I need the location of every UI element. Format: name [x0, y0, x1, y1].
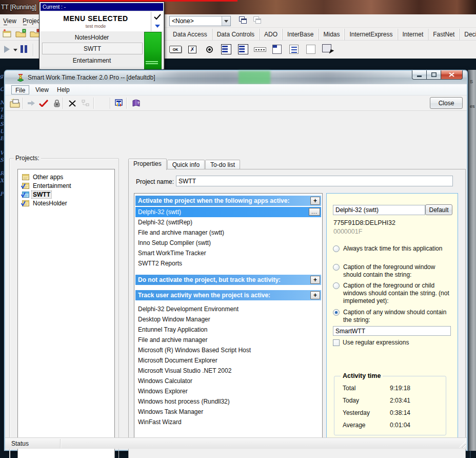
app-list-item[interactable]: Microsoft (R) Windows Based Script Host — [135, 345, 321, 355]
activity-row-yesterday: Yesterday 0:38:14 — [343, 409, 441, 416]
pause-icon[interactable] — [21, 45, 27, 53]
groupbox-component-icon[interactable] — [271, 43, 283, 55]
ide-menu-view[interactable]: View — [3, 14, 16, 28]
screen: TT [Running] View Project <None> D — [0, 0, 476, 458]
lock-icon[interactable] — [51, 98, 63, 109]
folder-check-icon-active — [21, 191, 30, 198]
chevron-down-icon[interactable] — [155, 25, 160, 28]
radio-row: Caption of the foreground or child windo… — [333, 282, 453, 305]
check-icon[interactable] — [154, 14, 161, 22]
project-item-notesholder[interactable]: NotesHolder — [19, 199, 113, 207]
ok-button-component-icon[interactable]: OK — [169, 43, 182, 55]
button-cursor-component-icon[interactable] — [322, 43, 334, 55]
palette-tab[interactable]: Data Access — [168, 29, 212, 40]
application-lists[interactable]: Activate the project when the following … — [134, 193, 323, 449]
radio-always-track[interactable] — [333, 245, 340, 252]
palette-tab[interactable]: Internet — [398, 29, 429, 40]
palette-tab[interactable]: ADO — [260, 29, 283, 40]
popup-selected-item[interactable]: SWTT — [42, 43, 143, 54]
popup-list-item[interactable]: Entertainment — [41, 54, 143, 64]
menu-view[interactable]: View — [32, 85, 52, 94]
project-name-input[interactable] — [176, 176, 453, 186]
project-item-other-apps[interactable]: Other apps — [19, 173, 113, 181]
radio-foreground-caption[interactable] — [333, 264, 340, 271]
checkbox-component-icon[interactable]: ✗ — [186, 43, 199, 55]
run-dropdown-icon[interactable] — [13, 49, 17, 51]
tab-properties[interactable]: Properties — [128, 159, 167, 170]
window-titlebar[interactable]: Smart Work Time Tracker 2.0 Pro -- [defa… — [5, 71, 467, 84]
listbox-component-icon[interactable] — [220, 43, 232, 55]
app-list-item[interactable]: Windows Calculator — [135, 376, 321, 386]
app-title-input[interactable] — [333, 205, 425, 215]
tab-quick-info[interactable]: Quick info — [167, 160, 205, 170]
minimize-button[interactable] — [412, 70, 427, 80]
app-list-item[interactable]: Windows host process (Rundll32) — [135, 396, 321, 407]
combobox-component-icon[interactable] — [237, 43, 249, 55]
radio-any-window[interactable] — [333, 309, 340, 316]
combo-dropdown-button[interactable] — [222, 16, 230, 26]
help-book-icon[interactable]: ? — [130, 98, 142, 109]
scrollbar-component-icon[interactable] — [254, 43, 266, 55]
popup-titlebar[interactable]: Current : - — [41, 3, 163, 11]
palette-tab[interactable]: Midas — [319, 29, 345, 40]
popup-list-item[interactable]: NotesHolder — [41, 31, 143, 43]
ide-combobox[interactable]: <None> — [169, 16, 231, 26]
apply-check-icon[interactable] — [38, 98, 49, 109]
menu-file[interactable]: File — [11, 85, 29, 94]
menu-help[interactable]: Help — [53, 85, 73, 94]
maximize-button[interactable] — [427, 70, 441, 80]
palette-tab[interactable]: InternetExpress — [345, 29, 398, 40]
run-icon[interactable] — [4, 46, 10, 53]
checklistbox-component-icon[interactable] — [288, 43, 300, 55]
app-list-item[interactable]: Delphi-32 (swttRep) — [135, 217, 321, 227]
current-activity-popup: Current : - MENU SELECTED test mode Note… — [39, 2, 165, 70]
radio-component-icon[interactable] — [203, 43, 215, 55]
palette-tab[interactable]: FastNet — [428, 29, 460, 40]
resize-grip[interactable] — [459, 441, 466, 448]
more-options-button[interactable]: ... — [309, 208, 320, 216]
app-list-item[interactable]: Windows Explorer — [135, 386, 321, 396]
close-form-button[interactable]: Close — [430, 97, 463, 109]
popup-header: MENU SELECTED test mode — [41, 12, 163, 32]
app-list-item[interactable]: Microsoft Visual Studio .NET 2002 — [135, 366, 321, 376]
app-list-item[interactable]: Inno Setup Compiler (swtt) — [135, 238, 321, 248]
report-chart-icon[interactable] — [114, 98, 125, 109]
default-button[interactable]: Default — [425, 204, 452, 215]
panel-component-icon[interactable] — [305, 43, 317, 55]
app-list-item[interactable]: Delphi-32 Development Environment — [135, 304, 321, 314]
app-list-item[interactable]: Entunnel Tray Application — [135, 325, 321, 335]
radio-child-caption[interactable] — [333, 282, 340, 289]
radio-row: Caption of the foreground window should … — [333, 263, 453, 279]
ide-combobox-value: <None> — [170, 17, 222, 25]
palette-tab[interactable]: Data Controls — [212, 29, 260, 40]
project-item-entertainment[interactable]: Entertainment — [19, 181, 113, 190]
app-list-item[interactable]: File and archive manager — [135, 335, 321, 345]
project-item-swtt[interactable]: SWTT — [19, 190, 113, 199]
app-list-item[interactable]: File and archive manager (swtt) — [135, 227, 321, 238]
app-list-item[interactable]: Desktop Window Manager — [135, 314, 321, 325]
cascade-windows-icon[interactable] — [239, 16, 248, 25]
window-title: Smart Work Time Tracker 2.0 Pro -- [defa… — [28, 74, 155, 81]
new-form-icon[interactable] — [2, 29, 13, 39]
app-list-item[interactable]: SWTT2 Reports — [135, 258, 321, 269]
close-window-button[interactable] — [441, 70, 463, 80]
add-app-button[interactable]: + — [310, 276, 320, 284]
add-app-button[interactable]: + — [310, 291, 320, 299]
palette-tab[interactable]: InterBase — [283, 29, 319, 40]
open-project-icon[interactable] — [15, 29, 27, 39]
projects-tree[interactable]: Other apps Entertainment SWTT — [17, 169, 115, 458]
app-list-item[interactable]: Smart WorkTime Tracker — [135, 248, 321, 258]
regex-checkbox[interactable] — [333, 339, 340, 346]
add-app-button[interactable]: + — [310, 197, 320, 205]
match-string-input[interactable] — [333, 326, 451, 336]
new-project-icon[interactable] — [9, 98, 21, 109]
palette-tab[interactable]: Decision Cube — [460, 29, 476, 40]
tab-todo-list[interactable]: To-do list — [205, 160, 240, 170]
chevron-down-icon — [224, 20, 228, 23]
app-list-item-selected[interactable]: Delphi-32 (swtt) ... — [135, 207, 321, 217]
delete-x-icon[interactable] — [67, 98, 78, 109]
app-list-item[interactable]: WinFast Wizard — [135, 417, 321, 427]
folder-check-icon — [21, 182, 30, 189]
app-list-item[interactable]: Microsoft Document Explorer — [135, 355, 321, 366]
app-list-item[interactable]: Windows Task Manager — [135, 407, 321, 417]
